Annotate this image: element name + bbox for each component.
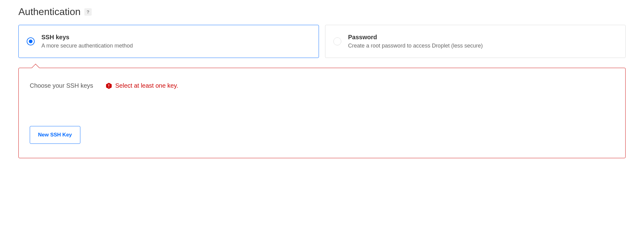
auth-option-texts: Password Create a root password to acces… — [348, 34, 483, 49]
auth-options-row: SSH keys A more secure authentication me… — [18, 25, 626, 58]
auth-option-desc: A more secure authentication method — [41, 43, 133, 49]
auth-option-ssh-keys[interactable]: SSH keys A more secure authentication me… — [18, 25, 319, 58]
section-header: Authentication ? — [18, 6, 626, 17]
auth-option-password[interactable]: Password Create a root password to acces… — [325, 25, 626, 58]
new-ssh-key-button[interactable]: New SSH Key — [30, 126, 80, 144]
panel-pointer — [32, 64, 39, 71]
svg-rect-2 — [109, 87, 109, 87]
alert-icon — [105, 82, 112, 89]
error-text: Select at least one key. — [115, 82, 178, 89]
ssh-keys-panel: Choose your SSH keys Select at least one… — [18, 68, 626, 158]
auth-option-title: Password — [348, 34, 483, 41]
error-message: Select at least one key. — [105, 82, 178, 89]
section-title: Authentication — [18, 6, 81, 17]
radio-unselected-icon — [333, 37, 341, 45]
auth-option-title: SSH keys — [41, 34, 133, 41]
choose-ssh-keys-label: Choose your SSH keys — [30, 82, 93, 89]
auth-option-texts: SSH keys A more secure authentication me… — [41, 34, 133, 49]
help-icon[interactable]: ? — [84, 8, 92, 16]
svg-rect-1 — [109, 84, 109, 86]
auth-option-desc: Create a root password to access Droplet… — [348, 43, 483, 49]
panel-header-row: Choose your SSH keys Select at least one… — [30, 82, 614, 89]
radio-selected-icon — [27, 37, 35, 45]
